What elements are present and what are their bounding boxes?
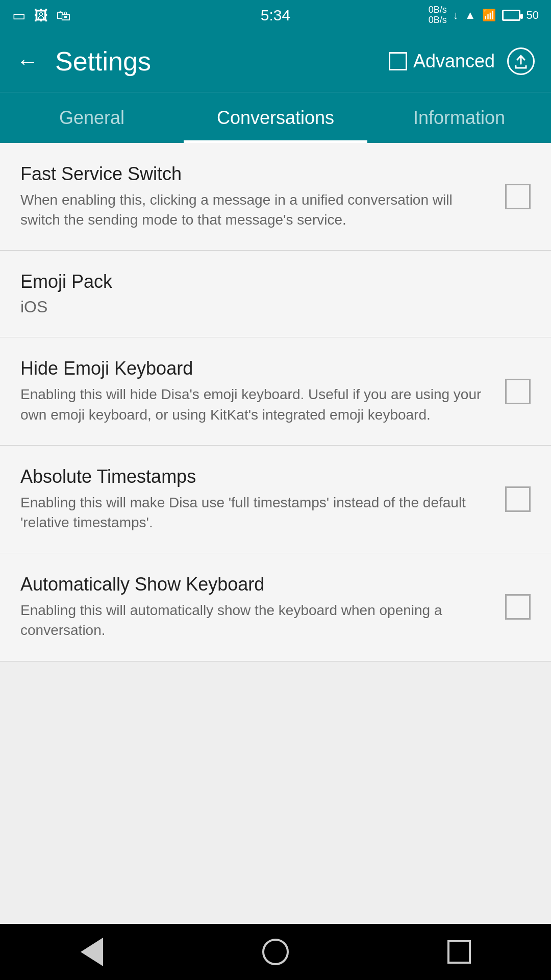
bottom-nav — [0, 924, 551, 980]
setting-hide-emoji-keyboard-info: Hide Emoji Keyboard Enabling this will h… — [20, 358, 505, 424]
setting-fast-service-switch: Fast Service Switch When enabling this, … — [0, 143, 551, 251]
status-bar-left-icons: ▭ 🖼 🛍 — [12, 7, 70, 24]
battery-level: 50 — [527, 9, 539, 22]
setting-fast-service-switch-checkbox[interactable] — [505, 184, 531, 209]
setting-absolute-timestamps-title: Absolute Timestamps — [20, 466, 485, 487]
status-time: 5:34 — [261, 7, 290, 24]
setting-absolute-timestamps-desc: Enabling this will make Disa use 'full t… — [20, 493, 485, 532]
tab-general-label: General — [59, 107, 124, 129]
wifi-icon: ▲ — [465, 9, 476, 22]
nav-back-button[interactable] — [71, 932, 112, 972]
advanced-button[interactable]: Advanced — [389, 51, 495, 72]
tab-general[interactable]: General — [0, 92, 184, 143]
setting-hide-emoji-keyboard-desc: Enabling this will hide Disa's emoji key… — [20, 384, 485, 424]
upload-button[interactable] — [507, 47, 535, 75]
tab-conversations[interactable]: Conversations — [184, 92, 367, 143]
setting-absolute-timestamps: Absolute Timestamps Enabling this will m… — [0, 446, 551, 553]
app-bar: ← Settings Advanced — [0, 31, 551, 92]
back-triangle-icon — [81, 938, 103, 966]
setting-auto-show-keyboard-title: Automatically Show Keyboard — [20, 574, 485, 595]
setting-emoji-pack-title: Emoji Pack — [20, 271, 531, 292]
setting-hide-emoji-keyboard-checkbox[interactable] — [505, 379, 531, 404]
app-bar-title: Settings — [55, 46, 389, 77]
advanced-checkbox-icon — [389, 52, 407, 70]
tab-information[interactable]: Information — [367, 92, 551, 143]
setting-absolute-timestamps-checkbox[interactable] — [505, 486, 531, 512]
bag-icon: 🛍 — [56, 7, 70, 24]
setting-emoji-pack[interactable]: Emoji Pack iOS — [0, 251, 551, 337]
back-button[interactable]: ← — [16, 48, 39, 74]
battery-icon — [502, 10, 520, 21]
setting-auto-show-keyboard-info: Automatically Show Keyboard Enabling thi… — [20, 574, 505, 640]
setting-hide-emoji-keyboard: Hide Emoji Keyboard Enabling this will h… — [0, 337, 551, 445]
setting-hide-emoji-keyboard-title: Hide Emoji Keyboard — [20, 358, 485, 379]
image-icon: 🖼 — [34, 7, 48, 24]
status-bar-right-icons: 0B/s0B/s ↓ ▲ 📶 50 — [429, 5, 539, 26]
app-bar-actions: Advanced — [389, 47, 535, 75]
data-speed-icon: 0B/s0B/s — [429, 5, 447, 26]
screen-cast-icon: ▭ — [12, 7, 26, 24]
setting-fast-service-switch-desc: When enabling this, clicking a message i… — [20, 190, 485, 230]
setting-fast-service-switch-title: Fast Service Switch — [20, 163, 485, 185]
setting-auto-show-keyboard: Automatically Show Keyboard Enabling thi… — [0, 553, 551, 661]
setting-emoji-pack-value: iOS — [20, 298, 531, 316]
tab-information-label: Information — [413, 107, 505, 129]
tabs-bar: General Conversations Information — [0, 92, 551, 143]
home-circle-icon — [262, 939, 289, 965]
setting-auto-show-keyboard-desc: Enabling this will automatically show th… — [20, 600, 485, 640]
nav-home-button[interactable] — [255, 932, 296, 972]
nav-recents-button[interactable] — [439, 932, 480, 972]
setting-absolute-timestamps-info: Absolute Timestamps Enabling this will m… — [20, 466, 505, 532]
settings-content: Fast Service Switch When enabling this, … — [0, 143, 551, 924]
status-bar: ▭ 🖼 🛍 5:34 0B/s0B/s ↓ ▲ 📶 50 — [0, 0, 551, 31]
recents-square-icon — [447, 940, 471, 964]
setting-fast-service-switch-info: Fast Service Switch When enabling this, … — [20, 163, 505, 230]
download-icon: ↓ — [453, 9, 459, 22]
tab-conversations-label: Conversations — [217, 107, 334, 129]
advanced-label: Advanced — [413, 51, 495, 72]
signal-icon: 📶 — [482, 9, 496, 22]
setting-auto-show-keyboard-checkbox[interactable] — [505, 594, 531, 620]
